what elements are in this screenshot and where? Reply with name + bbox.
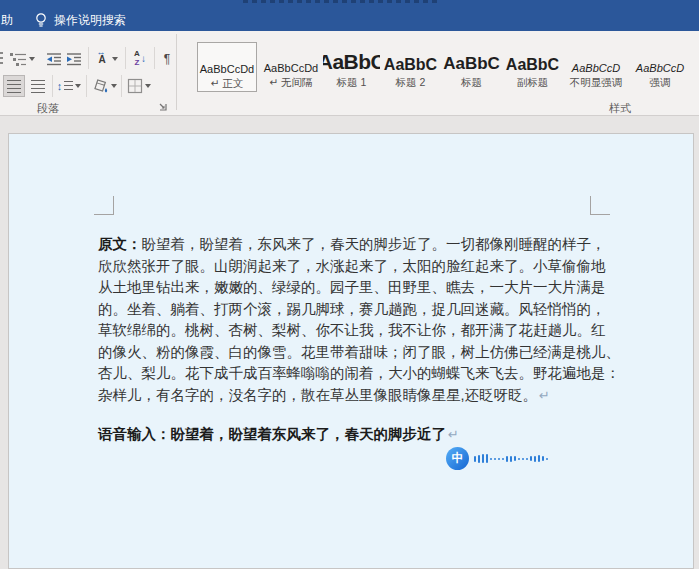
paint-bucket-icon [92,78,109,94]
text-line[interactable]: 从土地里钻出来，嫩嫩的、绿绿的。园子里、田野里、瞧去，一大片一大片满是 [98,277,610,299]
lightbulb-icon [34,12,48,29]
style-card-normal[interactable]: AaBbCcDd ↵ 正文 [197,42,257,92]
style-preview: AaBbCcDd [198,46,256,75]
search-label: 操作说明搜索 [54,12,126,29]
text-line[interactable]: 杏儿、梨儿。花下成千成百率蜂嗡嗡的闹着，大小的蝴蝶飞来飞去。野花遍地是： [98,363,610,385]
chevron-down-icon [112,57,118,61]
style-name: 副标题 [503,76,562,90]
line-spacing-button[interactable]: ↕ [55,75,83,97]
style-card-subtitle[interactable]: AaBbC 副标题 [503,42,562,92]
window-title-partial [243,0,439,3]
multilevel-list-icon [9,51,27,67]
separator [52,75,53,97]
chevron-down-icon [75,84,81,88]
style-card-no-spacing[interactable]: AaBbCcDd ↵ 无间隔 [261,42,321,92]
style-preview: AaBbC [503,45,562,74]
margin-mark-topright [590,196,610,215]
style-preview: AaBbC [382,45,439,74]
style-name: 标题 1 [323,76,380,90]
paragraph-mark: ↵ [539,388,550,403]
voice-input-label: 语音输入： [98,426,171,442]
ribbon: ↔ A A Z ↓ ¶ ↕ [0,31,699,116]
style-name: 标题 2 [382,76,439,90]
ime-language-badge[interactable]: 中 [446,447,469,470]
borders-grid-icon [127,78,143,94]
document-page[interactable]: 原文：盼望着，盼望着，东风来了，春天的脚步近了。一切都像刚睡醒的样子， 欣欣然张… [8,133,694,569]
separator [88,47,89,69]
document-area: 原文：盼望着，盼望着，东风来了，春天的脚步近了。一切都像刚睡醒的样子， 欣欣然张… [0,117,699,569]
style-name: 强调 [631,76,689,90]
text-line[interactable]: 杂样儿，有名字的，没名字的，散在草丛里像眼睛像星星,还眨呀眨。↵ [98,385,610,407]
shading-button[interactable] [89,75,119,97]
group-separator [176,34,177,110]
pilcrow-icon: ¶ [164,53,170,65]
tell-me-search[interactable]: 操作说明搜索 [34,10,126,30]
increase-indent-button[interactable] [64,48,84,69]
style-name: 不明显强调 [564,76,628,90]
ribbon-tab-help[interactable]: 助 [1,12,13,28]
text-line[interactable]: 欣欣然张开了眼。山朗润起来了，水涨起来了，太阳的脸红起来了。小草偷偷地 [98,256,610,278]
styles-group-label: 样式 [580,101,660,116]
style-preview: AaBbCcDd [261,45,321,74]
justify-icon [7,80,21,93]
decrease-indent-button[interactable] [44,48,64,69]
text-line[interactable]: 原文：盼望着，盼望着，东风来了，春天的脚步近了。一切都像刚睡醒的样子， [98,234,610,256]
paragraph-mark: ↵ [448,427,459,442]
voice-input-line[interactable]: 语音输入：盼望着，盼望着东风来了，春天的脚步近了↵ [98,424,459,446]
style-name: 标题 [442,76,501,90]
separator [154,47,155,69]
increase-indent-icon [66,52,82,66]
text-line[interactable]: 草软绵绵的。桃树、杏树、梨树、你不让我，我不让你，都开满了花赶趟儿。红 [98,320,610,342]
decrease-indent-icon [46,52,62,66]
distributed-align-button[interactable] [27,75,49,97]
style-preview: AaBbCcD [631,45,689,74]
title-bar: 助 操作说明搜索 [0,0,699,31]
line-spacing-icon: ↕ [57,81,63,92]
document-text[interactable]: 原文：盼望着，盼望着，东风来了，春天的脚步近了。一切都像刚睡醒的样子， 欣欣然张… [98,234,610,406]
style-card-subtle-emphasis[interactable]: AaBbCcD 不明显强调 [564,42,628,92]
sort-button[interactable]: A Z ↓ [129,48,151,69]
chevron-down-icon [111,84,117,88]
style-name: ↵ 正文 [198,77,256,91]
text-line[interactable]: 的。坐着、躺着、打两个滚，踢几脚球，赛几趟跑，捉几回迷藏。风轻悄悄的， [98,299,610,321]
asian-layout-button[interactable]: ↔ A [92,48,122,69]
chevron-down-icon [29,57,35,61]
style-name: ↵ 无间隔 [261,76,321,90]
multilevel-list-button[interactable] [5,48,39,69]
paragraph-group-label: 段落 [16,101,80,116]
style-card-heading1[interactable]: AaBbC 标题 1 [323,42,380,92]
borders-button[interactable] [124,75,154,97]
style-card-heading2[interactable]: AaBbC 标题 2 [382,42,439,92]
style-preview: AaBbCcD [564,45,628,74]
separator [86,75,87,97]
style-preview: AaBbC [442,45,501,74]
separator [121,75,122,97]
voice-input-text: 盼望着，盼望着东风来了，春天的脚步近了 [171,426,447,442]
clipped-icon [0,52,3,66]
chevron-down-icon [145,84,151,88]
style-preview: AaBbC [323,45,380,74]
style-card-emphasis[interactable]: AaBbCcD 强调 [631,42,689,92]
distributed-icon [31,80,45,93]
text-line[interactable]: 的像火、粉的像霞、白的像雪。花里带着甜味；闭了眼，树上仿佛已经满是桃儿、 [98,342,610,364]
separator [125,47,126,69]
voice-waveform [474,447,548,470]
character-scaling-icon: ↔ A [97,51,110,66]
margin-mark-topleft [94,196,114,215]
word-window: 助 操作说明搜索 [0,0,699,569]
paragraph-dialog-launcher[interactable] [156,100,169,113]
justify-button[interactable] [3,75,25,97]
show-hide-marks-button[interactable]: ¶ [157,48,177,69]
original-label: 原文： [98,236,142,252]
line-spacing-lines [64,81,73,92]
style-card-title[interactable]: AaBbC 标题 [442,42,501,92]
sort-az-icon: A Z ↓ [134,50,146,67]
